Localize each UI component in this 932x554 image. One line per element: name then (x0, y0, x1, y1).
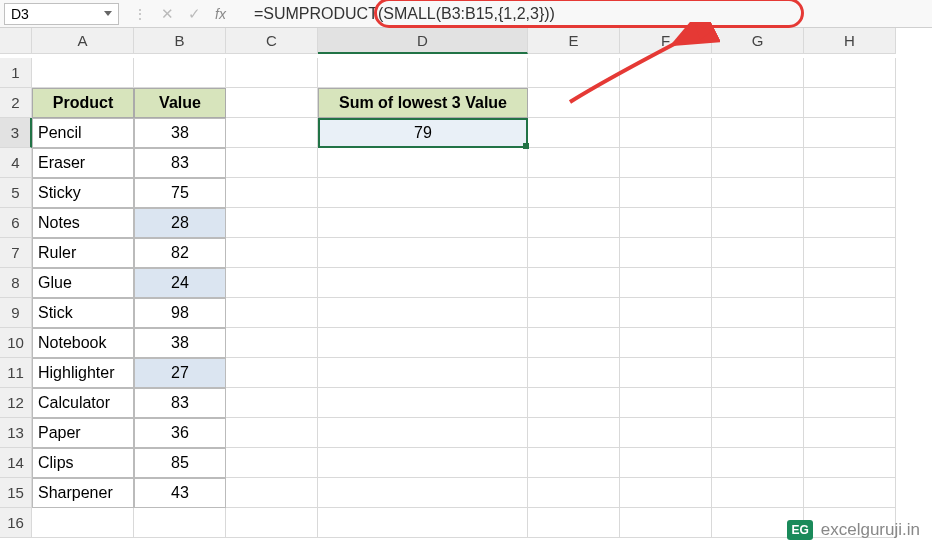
cell[interactable] (804, 148, 896, 178)
col-header-G[interactable]: G (712, 28, 804, 54)
cell[interactable] (226, 478, 318, 508)
cell[interactable] (318, 358, 528, 388)
cell[interactable] (620, 448, 712, 478)
name-box[interactable]: D3 (4, 3, 119, 25)
cell[interactable] (134, 508, 226, 538)
table-row[interactable]: Eraser (32, 148, 134, 178)
table-header-product[interactable]: Product (32, 88, 134, 118)
row-header[interactable]: 11 (0, 358, 32, 388)
cell[interactable] (318, 58, 528, 88)
cell[interactable] (712, 148, 804, 178)
row-header[interactable]: 8 (0, 268, 32, 298)
cell[interactable] (712, 418, 804, 448)
table-row[interactable]: Glue (32, 268, 134, 298)
cell[interactable] (712, 178, 804, 208)
table-row[interactable]: Sharpener (32, 478, 134, 508)
cell[interactable] (712, 88, 804, 118)
row-header[interactable]: 10 (0, 328, 32, 358)
cell[interactable] (804, 448, 896, 478)
row-header[interactable]: 1 (0, 58, 32, 88)
cancel-icon[interactable]: ✕ (161, 5, 174, 23)
cell[interactable] (620, 298, 712, 328)
cell[interactable] (528, 148, 620, 178)
cell[interactable] (620, 268, 712, 298)
cell[interactable] (318, 478, 528, 508)
cell[interactable] (712, 238, 804, 268)
cell[interactable] (528, 478, 620, 508)
cell[interactable] (528, 388, 620, 418)
cell[interactable] (318, 418, 528, 448)
table-row[interactable]: Ruler (32, 238, 134, 268)
row-header[interactable]: 16 (0, 508, 32, 538)
cell[interactable] (804, 58, 896, 88)
cell[interactable] (226, 118, 318, 148)
cell[interactable] (620, 208, 712, 238)
cell[interactable] (318, 208, 528, 238)
cell[interactable] (804, 238, 896, 268)
cell[interactable] (620, 388, 712, 418)
cell[interactable] (226, 358, 318, 388)
cell[interactable] (620, 88, 712, 118)
row-header[interactable]: 9 (0, 298, 32, 328)
cell[interactable] (528, 178, 620, 208)
cell[interactable] (226, 88, 318, 118)
select-all-corner[interactable] (0, 28, 32, 54)
row-header[interactable]: 5 (0, 178, 32, 208)
row-header[interactable]: 4 (0, 148, 32, 178)
col-header-H[interactable]: H (804, 28, 896, 54)
cell[interactable] (226, 178, 318, 208)
cell[interactable] (804, 208, 896, 238)
table-row[interactable]: 83 (134, 388, 226, 418)
cell[interactable] (226, 508, 318, 538)
cell[interactable] (620, 148, 712, 178)
cell[interactable] (318, 448, 528, 478)
col-header-C[interactable]: C (226, 28, 318, 54)
cell[interactable] (528, 298, 620, 328)
cell[interactable] (226, 208, 318, 238)
col-header-A[interactable]: A (32, 28, 134, 54)
cell[interactable] (804, 388, 896, 418)
dropdown-icon[interactable] (104, 11, 112, 16)
table-row[interactable]: Pencil (32, 118, 134, 148)
table-row[interactable]: 36 (134, 418, 226, 448)
cell[interactable] (226, 148, 318, 178)
cell[interactable] (318, 238, 528, 268)
col-header-D[interactable]: D (318, 28, 528, 54)
table-row[interactable]: 75 (134, 178, 226, 208)
table-row[interactable]: Clips (32, 448, 134, 478)
cell[interactable] (712, 448, 804, 478)
row-header[interactable]: 14 (0, 448, 32, 478)
col-header-E[interactable]: E (528, 28, 620, 54)
cell[interactable] (620, 58, 712, 88)
cell[interactable] (620, 178, 712, 208)
formula-input[interactable]: =SUMPRODUCT(SMALL(B3:B15,{1,2,3})) (250, 0, 932, 27)
spreadsheet-grid[interactable]: A B C D E F G H 1 2 Product Value Sum of… (0, 28, 932, 538)
cell[interactable] (620, 418, 712, 448)
cell[interactable] (318, 178, 528, 208)
table-row[interactable]: Notes (32, 208, 134, 238)
table-row[interactable]: 82 (134, 238, 226, 268)
cell[interactable] (226, 328, 318, 358)
cell[interactable] (226, 268, 318, 298)
cell[interactable] (528, 508, 620, 538)
cell[interactable] (804, 328, 896, 358)
cell[interactable] (712, 298, 804, 328)
cell[interactable] (226, 238, 318, 268)
cell[interactable] (712, 268, 804, 298)
row-header[interactable]: 2 (0, 88, 32, 118)
cell[interactable] (528, 238, 620, 268)
cell[interactable] (32, 58, 134, 88)
cell[interactable] (712, 208, 804, 238)
row-header[interactable]: 12 (0, 388, 32, 418)
cell[interactable] (32, 508, 134, 538)
row-header[interactable]: 6 (0, 208, 32, 238)
cell[interactable] (528, 208, 620, 238)
cell[interactable] (528, 118, 620, 148)
cell[interactable] (226, 448, 318, 478)
table-row[interactable]: Stick (32, 298, 134, 328)
row-header[interactable]: 7 (0, 238, 32, 268)
cell[interactable] (318, 298, 528, 328)
table-row[interactable]: 24 (134, 268, 226, 298)
col-header-B[interactable]: B (134, 28, 226, 54)
table-header-value[interactable]: Value (134, 88, 226, 118)
